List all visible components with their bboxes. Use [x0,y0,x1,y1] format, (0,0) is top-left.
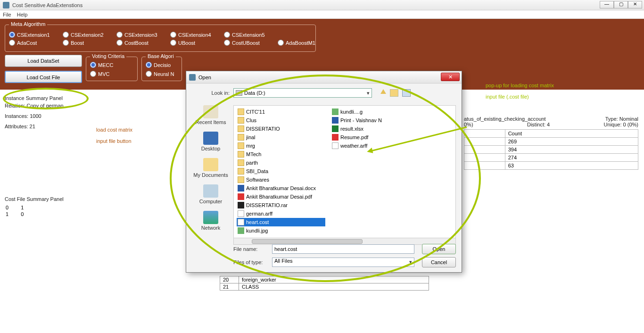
folder-icon [238,151,244,158]
radio-uboost[interactable]: UBoost [170,40,215,46]
file-col-1: CITC'11ClusDISSERTATIOjinalmrgMTechparth… [234,106,328,244]
file-item[interactable]: DISSERTATIO.rar [237,201,325,209]
file-item[interactable]: jinal [237,133,325,142]
maximize-button[interactable] [614,1,628,8]
new-folder-icon[interactable] [390,89,398,97]
close-button[interactable] [628,1,642,8]
docx-icon [238,185,244,191]
radio-adaboostm1[interactable]: AdaBoostM1 [278,40,322,46]
radio-mvc[interactable]: MVC [90,71,134,77]
cancel-button[interactable]: Cancel [422,257,456,267]
meta-row2: AdaCost Boost CostBoost UBoost CostUBoos… [9,40,312,46]
window-titlebar: Cost Sensitive AdaExtenstions [0,0,644,10]
file-name: german.arff [246,211,272,216]
load-dataset-button[interactable]: Load DataSet [5,55,82,67]
place-recent[interactable]: Recent Items [196,105,226,125]
radio-csextension5[interactable]: CSExtension5 [224,32,268,38]
costfile-icon [238,219,244,225]
file-item[interactable]: heart.cost [237,218,325,226]
file-item[interactable]: CITC'11 [237,108,325,116]
place-documents[interactable]: My Documents [193,158,228,178]
file-item[interactable]: result.xlsx [331,125,396,133]
radio-csextension4[interactable]: CSExtension4 [170,32,215,38]
java-icon [189,74,196,81]
file-name: result.xlsx [340,126,363,132]
lookin-row: Look in: Data (D:) [192,88,456,98]
file-item[interactable]: Ankit Bharatkumar Desai.docx [237,184,325,192]
pdf-icon [332,134,339,141]
up-folder-icon[interactable] [380,89,386,94]
file-item[interactable]: kundli.jpg [237,226,325,235]
file-item[interactable]: Resume.pdf [331,133,396,142]
radio-csextension2[interactable]: CSExtension2 [63,32,107,38]
filename-input[interactable] [272,244,414,254]
attr-type: Type: Nominal [605,116,638,122]
file-name: SBI_Data [246,168,268,174]
count-header: Count [505,130,638,138]
button-column: Load DataSet Load Cost File [5,55,82,83]
file-name: DISSERTATIO [246,126,280,132]
attribute-stats: atus_of_existing_checking_account Type: … [464,116,638,170]
window-title: Cost Sensitive AdaExtenstions [12,2,83,8]
file-item[interactable]: SBI_Data [237,167,325,175]
radio-boost[interactable]: Boost [63,40,107,46]
file-name: mrg [246,143,255,149]
place-desktop[interactable]: Desktop [201,132,220,151]
open-dialog: Open ✕ Look in: Data (D:) Recent Items D… [186,71,462,273]
voting-legend: Voting Criteria [90,53,126,59]
dialog-titlebar[interactable]: Open ✕ [186,71,462,83]
file-item[interactable]: weather.arff [331,142,396,150]
file-name: Clus [246,117,256,123]
radio-costboost[interactable]: CostBoost [116,40,161,46]
file-item[interactable]: kundli....g [331,108,396,116]
folder-icon [238,168,244,175]
places-bar: Recent Items Desktop My Documents Comput… [191,105,231,231]
file-name: Ankit Bharatkumar Desai.pdf [246,194,312,200]
drive-icon [236,90,242,96]
view-mode-icon[interactable] [402,89,411,97]
file-item[interactable]: parth [237,158,325,167]
instances-text: Instances: 1000 [5,112,90,120]
open-button[interactable]: Open [422,244,456,254]
load-costfile-button[interactable]: Load Cost File [5,71,82,83]
lookin-select[interactable]: Data (D:) [233,88,372,98]
dialog-close-button[interactable]: ✕ [441,73,460,81]
menu-file[interactable]: File [3,12,11,17]
file-item[interactable]: DISSERTATIO [237,125,325,133]
minimize-button[interactable] [600,1,614,8]
place-network[interactable]: Network [201,211,220,231]
radio-decision[interactable]: Decisio [146,62,190,68]
radio-mecc[interactable]: MECC [90,62,134,68]
left-column: Instance Summary Panel Relation: Copy of… [5,92,90,218]
file-name: parth [246,160,258,166]
file-name: Softwares [246,177,269,183]
radio-costuboost[interactable]: CostUBoost [224,40,268,46]
folder-icon [238,176,244,183]
file-pane: CITC'11ClusDISSERTATIOjinalmrgMTechparth… [233,105,456,245]
img-icon [238,227,244,234]
file-item[interactable]: mrg [237,142,325,150]
meta-legend: Meta Algorithm [9,21,47,27]
dialog-bottom: File name: Open Files of type: All Files… [233,241,456,267]
radio-csextension3[interactable]: CSExtension3 [116,32,161,38]
filetype-select[interactable]: All Files [272,258,414,267]
radio-adacost[interactable]: AdaCost [9,40,53,46]
file-item[interactable]: german.arff [237,209,325,218]
window-controls [600,1,642,8]
place-computer[interactable]: Computer [199,184,222,204]
file-item[interactable]: Ankit Bharatkumar Desai.pdf [237,192,325,201]
file-item[interactable]: Softwares [237,175,325,184]
radio-csextension1[interactable]: CSExtension1 [9,32,53,38]
menu-help[interactable]: Help [17,12,28,17]
file-name: kundli....g [340,109,363,115]
attributes-text: Attributes: 21 [5,123,90,130]
file-item[interactable]: Clus [237,116,325,125]
radio-neural[interactable]: Neural N [146,71,190,77]
file-name: MTech [246,151,261,157]
recent-icon [203,105,218,118]
file-item[interactable]: MTech [237,150,325,158]
count-table: Count 269 394 274 63 [464,129,638,170]
file-item[interactable]: Print - Vaishnav N [331,116,396,125]
attribute-table-tail: 20foreign_worker 21CLASS [220,276,429,291]
base-legend: Base Algori [146,53,176,59]
